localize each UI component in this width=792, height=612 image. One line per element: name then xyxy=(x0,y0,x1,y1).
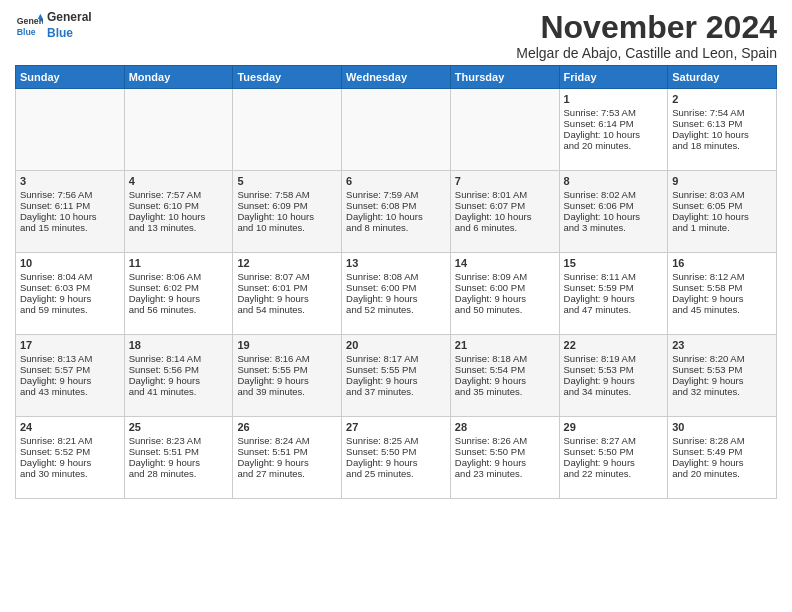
calendar-cell: 27Sunrise: 8:25 AMSunset: 5:50 PMDayligh… xyxy=(342,417,451,499)
calendar-cell: 21Sunrise: 8:18 AMSunset: 5:54 PMDayligh… xyxy=(450,335,559,417)
logo-blue: Blue xyxy=(47,26,92,42)
day-info: and 8 minutes. xyxy=(346,222,446,233)
day-info: Sunset: 5:53 PM xyxy=(672,364,772,375)
day-info: and 27 minutes. xyxy=(237,468,337,479)
calendar-cell: 5Sunrise: 7:58 AMSunset: 6:09 PMDaylight… xyxy=(233,171,342,253)
day-info: Daylight: 9 hours xyxy=(455,457,555,468)
day-info: and 18 minutes. xyxy=(672,140,772,151)
day-info: Sunrise: 7:58 AM xyxy=(237,189,337,200)
day-info: and 23 minutes. xyxy=(455,468,555,479)
day-info: Sunrise: 8:09 AM xyxy=(455,271,555,282)
day-number: 12 xyxy=(237,257,337,269)
calendar-cell: 29Sunrise: 8:27 AMSunset: 5:50 PMDayligh… xyxy=(559,417,668,499)
svg-text:Blue: Blue xyxy=(17,26,36,36)
calendar-cell: 6Sunrise: 7:59 AMSunset: 6:08 PMDaylight… xyxy=(342,171,451,253)
calendar-cell: 26Sunrise: 8:24 AMSunset: 5:51 PMDayligh… xyxy=(233,417,342,499)
day-info: Sunrise: 7:57 AM xyxy=(129,189,229,200)
day-info: Sunrise: 7:56 AM xyxy=(20,189,120,200)
day-info: Daylight: 9 hours xyxy=(672,375,772,386)
day-info: Daylight: 9 hours xyxy=(346,375,446,386)
calendar-cell: 8Sunrise: 8:02 AMSunset: 6:06 PMDaylight… xyxy=(559,171,668,253)
calendar-cell: 1Sunrise: 7:53 AMSunset: 6:14 PMDaylight… xyxy=(559,89,668,171)
day-info: Sunrise: 8:08 AM xyxy=(346,271,446,282)
day-info: Sunrise: 8:25 AM xyxy=(346,435,446,446)
day-number: 1 xyxy=(564,93,664,105)
day-info: Sunset: 6:08 PM xyxy=(346,200,446,211)
day-info: and 50 minutes. xyxy=(455,304,555,315)
calendar-header-row: SundayMondayTuesdayWednesdayThursdayFrid… xyxy=(16,66,777,89)
day-number: 5 xyxy=(237,175,337,187)
day-info: and 25 minutes. xyxy=(346,468,446,479)
day-info: Daylight: 9 hours xyxy=(564,375,664,386)
day-number: 20 xyxy=(346,339,446,351)
day-info: and 30 minutes. xyxy=(20,468,120,479)
day-info: Daylight: 9 hours xyxy=(564,293,664,304)
day-info: Daylight: 10 hours xyxy=(672,129,772,140)
day-number: 10 xyxy=(20,257,120,269)
day-number: 17 xyxy=(20,339,120,351)
day-info: and 54 minutes. xyxy=(237,304,337,315)
day-info: and 15 minutes. xyxy=(20,222,120,233)
day-info: and 20 minutes. xyxy=(672,468,772,479)
day-info: Sunrise: 8:16 AM xyxy=(237,353,337,364)
day-number: 18 xyxy=(129,339,229,351)
calendar-week-3: 10Sunrise: 8:04 AMSunset: 6:03 PMDayligh… xyxy=(16,253,777,335)
day-info: Daylight: 9 hours xyxy=(20,375,120,386)
day-info: Daylight: 10 hours xyxy=(237,211,337,222)
day-info: and 39 minutes. xyxy=(237,386,337,397)
calendar-cell: 16Sunrise: 8:12 AMSunset: 5:58 PMDayligh… xyxy=(668,253,777,335)
day-info: and 41 minutes. xyxy=(129,386,229,397)
day-info: Sunrise: 8:01 AM xyxy=(455,189,555,200)
day-info: Daylight: 9 hours xyxy=(455,375,555,386)
day-info: Sunrise: 8:21 AM xyxy=(20,435,120,446)
day-number: 15 xyxy=(564,257,664,269)
day-header-tuesday: Tuesday xyxy=(233,66,342,89)
calendar-cell: 15Sunrise: 8:11 AMSunset: 5:59 PMDayligh… xyxy=(559,253,668,335)
day-info: Sunrise: 8:28 AM xyxy=(672,435,772,446)
day-info: Sunrise: 7:59 AM xyxy=(346,189,446,200)
day-info: Sunset: 5:57 PM xyxy=(20,364,120,375)
day-info: Sunset: 6:06 PM xyxy=(564,200,664,211)
day-info: Sunset: 6:07 PM xyxy=(455,200,555,211)
day-info: Sunrise: 7:53 AM xyxy=(564,107,664,118)
calendar-week-1: 1Sunrise: 7:53 AMSunset: 6:14 PMDaylight… xyxy=(16,89,777,171)
day-number: 23 xyxy=(672,339,772,351)
day-info: Sunrise: 8:18 AM xyxy=(455,353,555,364)
day-info: Sunset: 5:51 PM xyxy=(129,446,229,457)
calendar-cell: 11Sunrise: 8:06 AMSunset: 6:02 PMDayligh… xyxy=(124,253,233,335)
day-info: Sunset: 5:51 PM xyxy=(237,446,337,457)
day-info: Sunset: 6:00 PM xyxy=(455,282,555,293)
calendar-cell: 10Sunrise: 8:04 AMSunset: 6:03 PMDayligh… xyxy=(16,253,125,335)
day-info: Sunset: 6:13 PM xyxy=(672,118,772,129)
day-info: Daylight: 9 hours xyxy=(672,293,772,304)
calendar-cell: 2Sunrise: 7:54 AMSunset: 6:13 PMDaylight… xyxy=(668,89,777,171)
day-info: Sunset: 5:52 PM xyxy=(20,446,120,457)
logo-icon: General Blue xyxy=(15,12,43,40)
day-info: Sunrise: 8:13 AM xyxy=(20,353,120,364)
calendar-week-2: 3Sunrise: 7:56 AMSunset: 6:11 PMDaylight… xyxy=(16,171,777,253)
day-number: 9 xyxy=(672,175,772,187)
calendar-cell xyxy=(16,89,125,171)
day-info: Sunrise: 8:20 AM xyxy=(672,353,772,364)
calendar-cell xyxy=(342,89,451,171)
logo-general: General xyxy=(47,10,92,26)
day-number: 3 xyxy=(20,175,120,187)
day-info: Daylight: 9 hours xyxy=(20,293,120,304)
day-header-sunday: Sunday xyxy=(16,66,125,89)
day-info: Sunrise: 8:14 AM xyxy=(129,353,229,364)
day-info: Daylight: 10 hours xyxy=(564,211,664,222)
day-number: 22 xyxy=(564,339,664,351)
calendar-cell: 17Sunrise: 8:13 AMSunset: 5:57 PMDayligh… xyxy=(16,335,125,417)
day-header-monday: Monday xyxy=(124,66,233,89)
calendar-cell: 22Sunrise: 8:19 AMSunset: 5:53 PMDayligh… xyxy=(559,335,668,417)
day-info: Sunrise: 8:02 AM xyxy=(564,189,664,200)
day-number: 11 xyxy=(129,257,229,269)
day-info: Sunset: 6:02 PM xyxy=(129,282,229,293)
day-info: Sunset: 5:50 PM xyxy=(564,446,664,457)
day-info: Sunset: 5:55 PM xyxy=(237,364,337,375)
calendar-cell: 25Sunrise: 8:23 AMSunset: 5:51 PMDayligh… xyxy=(124,417,233,499)
day-info: and 13 minutes. xyxy=(129,222,229,233)
day-info: Daylight: 9 hours xyxy=(129,375,229,386)
day-info: Sunrise: 8:27 AM xyxy=(564,435,664,446)
day-header-wednesday: Wednesday xyxy=(342,66,451,89)
